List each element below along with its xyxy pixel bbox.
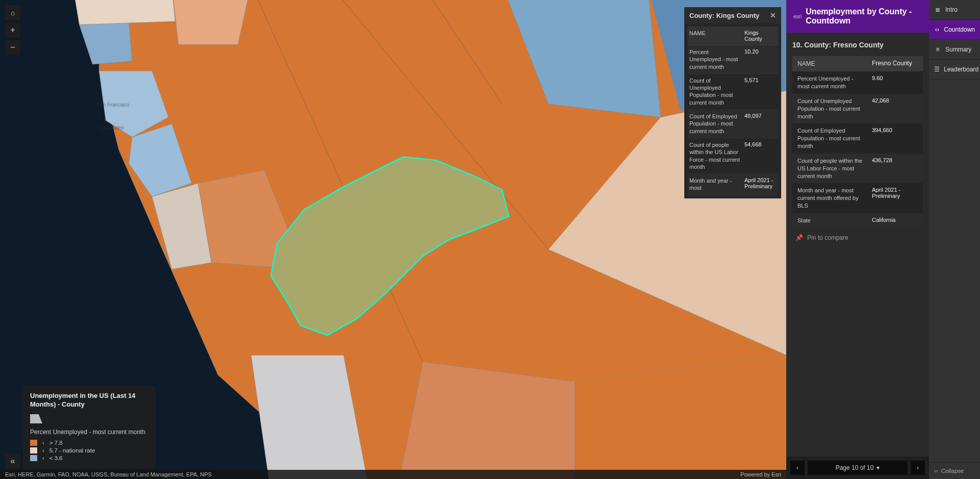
side-panel: esri Unemployment by County - Countdown … [786,0,929,479]
svg-marker-12 [172,0,251,44]
legend-subtitle: Percent Unemployed - most current month [30,428,148,436]
zoom-in-button[interactable]: + [5,22,20,38]
table-row: Month and year - most current month offe… [792,183,923,213]
pager-prev-button[interactable]: ‹ [790,461,805,475]
attribution-powered-by: Powered by Esri [740,471,781,477]
countdown-icon: ‹› [934,26,940,33]
table-row: Count of Unemployed Population - most cu… [792,94,923,124]
map-area[interactable]: San Francisco San Mateo ⌂ + − « Unemploy… [0,0,786,479]
legend-item-high: ‹ > 7.8 [30,440,148,446]
table-row: Count of people within the US Labor Forc… [792,154,923,184]
table-row: Count of Employed Population - most curr… [792,123,923,154]
tab-intro[interactable]: ≣ Intro [929,0,980,20]
county-popup: County: Kings County ✕ NAMEKings County … [684,7,781,198]
intro-icon: ≣ [934,6,941,13]
collapse-tabs-button[interactable]: ‹‹ Collapse [929,462,980,479]
popup-row: Count of Employed Population - most curr… [687,110,778,138]
pager-next-button[interactable]: › [911,461,925,475]
popup-row: Count of Unemployed Population - most cu… [687,74,778,110]
map-label-san-francisco: San Francisco [97,102,130,108]
esri-logo: esri [793,14,802,19]
page-title: Unemployment by County - Countdown [806,7,922,26]
table-row: NAMEFresno County [792,56,923,71]
table-row: StateCalifornia [792,213,923,228]
map-controls: ⌂ + − [5,5,20,55]
summary-icon: ≡ [934,46,941,53]
leaderboard-icon: ☰ [934,66,940,73]
popup-row: NAMEKings County [687,27,778,45]
popup-row: Count of people within the US Labor Forc… [687,138,778,174]
map-label-san-mateo: San Mateo [99,125,124,131]
pin-icon: 📌 [795,234,803,241]
side-header: esri Unemployment by County - Countdown [786,0,929,33]
expand-panel-button[interactable]: « [5,453,20,469]
legend-item-mid: ‹ 5.7 - national rate [30,447,148,453]
legend-title: Unemployment in the US (Last 14 Months) … [30,392,148,409]
countdown-table: NAMEFresno County Percent Unemployed - m… [792,56,923,228]
tab-countdown[interactable]: ‹› Countdown [929,20,980,40]
chevron-left-icon: ‹‹ [934,468,938,474]
tab-summary[interactable]: ≡ Summary [929,40,980,60]
svg-marker-6 [396,362,575,479]
pager: ‹ Page 10 of 10▾ › [786,457,929,479]
popup-row: Percent Unemployed - most current month1… [687,45,778,74]
zoom-out-button[interactable]: − [5,40,20,55]
legend-panel: Unemployment in the US (Last 14 Months) … [23,386,156,469]
chevron-down-icon: ▾ [876,464,880,471]
map-attribution: Esri, HERE, Garmin, FAO, NOAA, USGS, Bur… [0,470,786,479]
pin-to-compare-button[interactable]: 📌 Pin to compare [792,228,923,247]
legend-item-low: ‹ < 3.6 [30,455,148,461]
nav-tabs: ≣ Intro ‹› Countdown ≡ Summary ☰ Leaderb… [929,0,980,479]
close-icon[interactable]: ✕ [770,11,776,19]
popup-row: Month and year - mostApril 2021 - Prelim… [687,174,778,195]
popup-body[interactable]: NAMEKings County Percent Unemployed - mo… [684,23,781,198]
legend-layer-icon [30,414,42,423]
popup-header: County: Kings County ✕ [684,7,781,23]
popup-title: County: Kings County [689,12,759,19]
table-row: Percent Unemployed - most current month9… [792,71,923,94]
tab-leaderboard[interactable]: ☰ Leaderboard [929,60,980,80]
svg-marker-11 [73,0,175,24]
pager-dropdown[interactable]: Page 10 of 10▾ [808,461,908,475]
app-root: San Francisco San Mateo ⌂ + − « Unemploy… [0,0,980,479]
countdown-content: 10. County: Fresno County NAMEFresno Cou… [786,33,929,457]
attribution-sources: Esri, HERE, Garmin, FAO, NOAA, USGS, Bur… [5,471,212,477]
countdown-item-title: 10. County: Fresno County [792,39,923,51]
home-button[interactable]: ⌂ [5,5,20,20]
